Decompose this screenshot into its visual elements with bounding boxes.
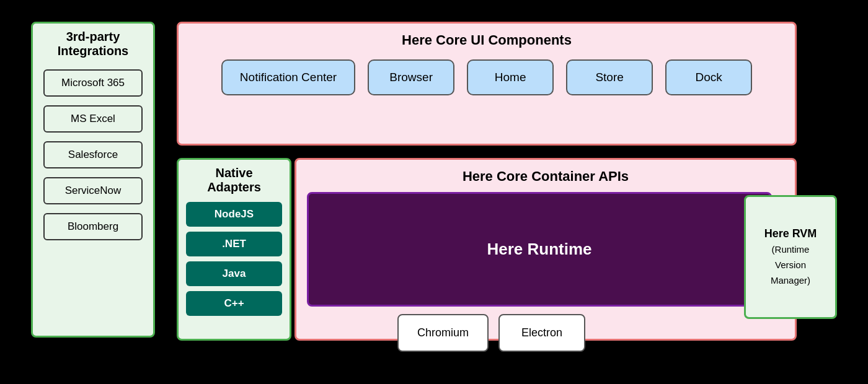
here-runtime-title: Here Runtime [487,240,591,259]
core-ui-box: Here Core UI Components Notification Cen… [177,22,797,146]
here-rvm-subtitle: (RuntimeVersionManager) [771,244,810,286]
ui-component-browser: Browser [368,59,454,95]
engine-electron: Electron [498,314,585,352]
ui-component-dock: Dock [665,59,752,95]
runtime-engines-row: Chromium Electron [397,314,585,352]
here-rvm-title: Here RVM (RuntimeVersionManager) [764,226,817,289]
third-party-title: 3rd-partyIntegrations [58,30,128,58]
ui-components-row: Notification Center Browser Home Store D… [191,59,782,95]
integration-item: Microsoft 365 [43,69,143,97]
here-rvm-box: Here RVM (RuntimeVersionManager) [744,195,837,319]
integration-item: Salesforce [43,141,143,168]
engine-chromium: Chromium [397,314,489,352]
third-party-box: 3rd-partyIntegrations Microsoft 365 MS E… [31,22,155,338]
integration-item: ServiceNow [43,177,143,204]
adapter-java: Java [186,261,282,286]
integration-item: Bloomberg [43,213,143,240]
core-container-title: Here Core Container APIs [309,168,782,185]
adapter-cpp: C++ [186,291,282,316]
ui-component-store: Store [566,59,653,95]
native-adapters-title: NativeAdapters [207,166,261,194]
native-adapters-box: NativeAdapters NodeJS .NET Java C++ [177,158,291,341]
core-ui-title: Here Core UI Components [191,32,782,48]
ui-component-notification: Notification Center [221,59,355,95]
here-runtime-box: Here Runtime [307,192,772,307]
adapter-nodejs: NodeJS [186,202,282,227]
architecture-diagram: 3rd-partyIntegrations Microsoft 365 MS E… [12,9,856,375]
integration-item: MS Excel [43,105,143,133]
ui-component-home: Home [467,59,554,95]
adapter-dotnet: .NET [186,232,282,256]
